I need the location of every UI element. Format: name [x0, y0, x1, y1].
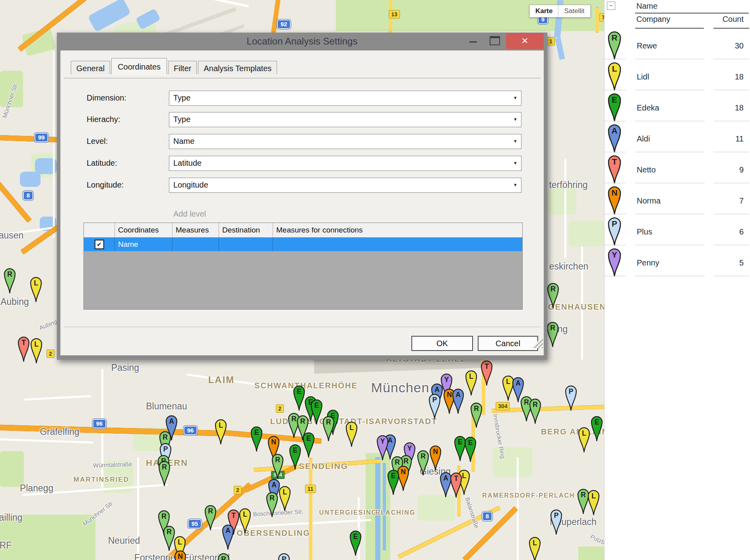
legend-row-separator [713, 121, 749, 121]
tab-filter[interactable]: Filter [168, 61, 197, 74]
map-pin-lidl[interactable]: L [30, 338, 43, 366]
svg-text:T: T [484, 362, 489, 370]
svg-text:A: A [271, 481, 277, 489]
dimension-select[interactable]: Type ▼ [169, 91, 521, 106]
svg-text:T: T [454, 475, 458, 482]
map-pin-rewe[interactable]: R [529, 398, 542, 426]
map-pin-plus[interactable]: P [428, 393, 441, 421]
route-shield-96: 96 [93, 419, 107, 428]
tab-general[interactable]: General [71, 61, 110, 74]
svg-text:R: R [300, 417, 305, 425]
map-pin-lidl[interactable]: L [528, 537, 541, 560]
map-pin-lidl[interactable]: L [587, 490, 600, 517]
ok-button[interactable]: OK [411, 336, 473, 351]
legend-row-separator [635, 245, 705, 245]
map-pin-edeka[interactable]: E [590, 416, 603, 444]
dialog-titlebar[interactable]: Location Analysis Settings ✕ [57, 33, 547, 50]
svg-text:R: R [167, 528, 172, 536]
map-pin-rewe[interactable]: R [547, 283, 560, 310]
map-pin-edeka[interactable]: E [310, 399, 323, 427]
tab-strip-line [64, 78, 541, 78]
svg-text:A: A [443, 474, 448, 482]
map-pin-rewe[interactable]: R [470, 402, 483, 430]
route-shield-7: 7 [599, 14, 604, 22]
legend-row-norma[interactable]: NNorma7 [605, 185, 750, 216]
district-label: SCHWANTHALERHÖHE [254, 381, 358, 390]
legend-row-plus[interactable]: PPlus6 [605, 216, 750, 247]
map-pin-rewe[interactable]: R [546, 322, 559, 349]
legend-row-penny[interactable]: YPenny5 [605, 247, 750, 278]
map-pin-edeka[interactable]: E [302, 432, 315, 460]
tab-analysis-templates[interactable]: Analysis Templates [198, 61, 277, 74]
table-row[interactable]: ✔ Name [84, 238, 522, 251]
map-pin-netto[interactable]: T [450, 472, 463, 500]
map-pin-edeka[interactable]: E [349, 530, 362, 558]
map-pin-lidl[interactable]: L [29, 277, 43, 304]
svg-text:R: R [208, 507, 213, 515]
map-type-button-satellit[interactable]: Satellit [558, 5, 590, 17]
chevron-down-icon[interactable]: ▼ [513, 139, 517, 143]
legend-row-edeka[interactable]: EEdeka18 [605, 92, 750, 123]
chevron-down-icon[interactable]: ▼ [513, 182, 517, 187]
levels-table[interactable]: Coordinates Measures Destination Measure… [83, 223, 523, 310]
map-pin-lidl[interactable]: L [214, 419, 227, 447]
map-pin-netto[interactable]: T [17, 336, 30, 364]
map-pin-rewe[interactable]: R [204, 505, 217, 533]
legend-row-rewe[interactable]: RRewe30 [605, 30, 750, 61]
add-level-link[interactable]: Add level [173, 209, 206, 219]
level-select[interactable]: Name ▼ [169, 134, 521, 149]
map-pin-aldi[interactable]: A [221, 524, 234, 552]
tab-coordinates[interactable]: Coordinates [111, 58, 167, 74]
map-pin-plus[interactable]: P [564, 385, 578, 413]
minimize-button[interactable] [465, 33, 481, 49]
svg-text:T: T [612, 157, 617, 166]
map-pin-rewe[interactable]: R [3, 268, 16, 296]
chevron-down-icon[interactable]: ▼ [513, 161, 517, 165]
route-shield-96: 96 [184, 426, 198, 435]
legend-row-aldi[interactable]: AAldi11 [605, 123, 750, 154]
longitude-select[interactable]: Longitude ▼ [169, 178, 521, 193]
svg-text:N: N [447, 391, 452, 399]
map-pin-rewe[interactable]: R [271, 453, 284, 481]
tab-strip: General Coordinates Filter Analysis Temp… [71, 61, 278, 74]
map-pin-lidl[interactable]: L [278, 486, 291, 513]
map-pin-rewe[interactable]: R [417, 450, 430, 478]
hierachy-select[interactable]: Type ▼ [169, 112, 521, 127]
map-pin-rewe[interactable]: R [217, 553, 230, 560]
legend-row-netto[interactable]: TNetto9 [605, 154, 750, 185]
map-pin-edeka[interactable]: E [464, 436, 477, 464]
legend-row-separator [605, 183, 626, 183]
map-pin-rewe[interactable]: R [322, 416, 335, 444]
map-pin-edeka[interactable]: E [387, 469, 400, 497]
row-checkbox[interactable]: ✔ [95, 240, 104, 249]
map-pin-penny[interactable]: Y [376, 435, 389, 463]
cancel-button[interactable]: Cancel [478, 336, 538, 351]
map-pin-plus[interactable]: P [550, 509, 563, 537]
close-button[interactable]: ✕ [506, 33, 544, 49]
svg-text:E: E [297, 388, 302, 395]
svg-text:R: R [581, 491, 586, 499]
map-pin-rewe[interactable]: R [158, 461, 171, 488]
chevron-down-icon[interactable]: ▼ [513, 117, 517, 122]
map-pin-plus[interactable]: P [277, 553, 291, 560]
chevron-down-icon[interactable]: ▼ [513, 95, 517, 100]
map-pin-norma[interactable]: N [174, 550, 187, 560]
map-pin-rewe[interactable]: R [266, 492, 279, 519]
legend-row-lidl[interactable]: LLidl18 [605, 61, 750, 92]
collapse-icon[interactable]: − [607, 2, 615, 10]
maximize-button[interactable] [487, 33, 503, 49]
map-pin-lidl[interactable]: L [465, 370, 478, 398]
map-pin-edeka[interactable]: E [250, 426, 263, 454]
street-label: Münchner Str. [81, 499, 115, 527]
map-pin-lidl[interactable]: L [238, 508, 252, 536]
latitude-select[interactable]: Latitude ▼ [169, 156, 521, 171]
map-pin-edeka[interactable]: E [289, 444, 302, 472]
map-pin-netto[interactable]: T [480, 360, 493, 388]
map-pin-norma[interactable]: N [429, 445, 442, 473]
map-type-button-karte[interactable]: Karte [529, 5, 558, 17]
map-pin-lidl[interactable]: L [345, 421, 358, 449]
map-pin-lidl[interactable]: L [578, 427, 591, 455]
map-pin-aldi[interactable]: A [452, 388, 465, 416]
svg-text:P: P [163, 445, 168, 453]
svg-text:P: P [432, 396, 437, 404]
